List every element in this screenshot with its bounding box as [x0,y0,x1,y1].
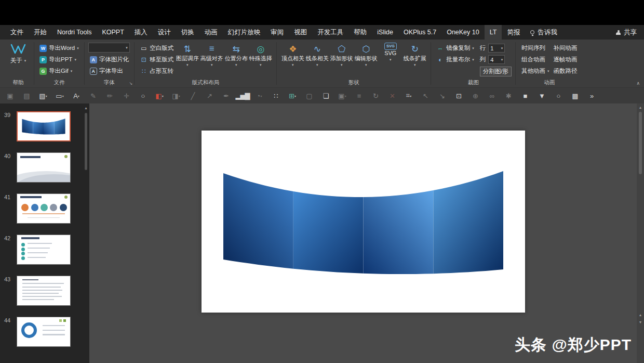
align-objects-icon[interactable]: ≡ [352,89,366,102]
thumbnail-scrollbar[interactable]: ▴ [83,103,89,363]
slide-thumbnail-41[interactable] [17,193,71,224]
crop-icon[interactable]: ⌗▾ [402,89,415,102]
collapse-ribbon-button[interactable]: ∧ [636,81,640,86]
special-select-button[interactable]: ◎ 特殊选择 ▾ [248,42,273,76]
brush-icon[interactable]: ✎ [86,89,100,102]
next-slide-button[interactable]: ▾ [637,320,644,325]
table-icon[interactable]: ⊞▾ [286,89,299,102]
vertex-tools-button[interactable]: ❖ 顶点相关 ▾ [280,42,305,67]
tab-文件[interactable]: 文件 [5,25,29,40]
settings-icon[interactable]: ✱ [502,89,515,102]
arrow-icon[interactable]: ↗ [203,89,216,102]
previous-slide-button[interactable]: ▴ [637,313,644,317]
fill-color-icon[interactable]: ◧▾ [153,89,166,102]
rows-input[interactable]: 1 ▾ [488,44,505,53]
add-shape-button[interactable]: ⬠ 添加形状 ▾ [329,42,354,67]
tab-审阅[interactable]: 审阅 [265,25,289,40]
circle-shape-icon[interactable]: ○ [136,89,150,102]
export-word-button[interactable]: W 导出Word ▾ [38,43,81,54]
rotate-icon[interactable]: ↻ [369,89,382,102]
picture-icon[interactable]: ▩ [568,89,582,102]
mirror-copy-button[interactable]: ⇔ 镜像复制 ▾ [435,43,476,54]
tab-OneKey 10[interactable]: OneKey 10 [441,25,485,40]
tab-KOPPT[interactable]: KOPPT [97,25,129,40]
bar-chart-icon[interactable]: ▂▅▇ [236,89,249,102]
tab-LT[interactable]: LT [485,25,502,40]
image-placeholder-icon[interactable]: ▧▾ [36,89,50,102]
svg-button[interactable]: SVG SVG ▾ [378,42,403,67]
shrink-icon[interactable]: ↖ [419,89,432,102]
export-ppt-button[interactable]: P 导出PPT ▾ [38,54,81,65]
line-icon[interactable]: ╱ [186,89,199,102]
tab-视图[interactable]: 视图 [289,25,312,40]
tab-帮助[interactable]: 帮助 [348,25,372,40]
font-name-select[interactable]: ▾ [88,43,130,53]
tab-插入[interactable]: 插入 [129,25,153,40]
zoom-icon[interactable]: ⊕ [468,89,482,102]
scroll-up-icon[interactable]: ▴ [637,105,644,110]
ink-pen-icon[interactable]: ✒ [219,89,233,102]
position-distribute-button[interactable]: ⇆ 位置分布 ▾ [224,42,248,76]
slide-thumbnail-43[interactable] [17,276,71,306]
link-icon[interactable]: ∞ [485,89,499,102]
gradient-icon[interactable]: ◨▾ [169,89,183,102]
layer-order-button[interactable]: ⇅ 图层调序 ▾ [175,42,199,76]
combo-anim-button[interactable]: 组合动画 [519,54,552,65]
funnel-icon[interactable]: ▼ [535,89,548,102]
format-painter-icon[interactable]: ✏ [103,89,116,102]
time-sequence-button[interactable]: 时间序列 [519,43,552,54]
blank-layout-button[interactable]: ▭ 空白版式 [138,43,175,54]
expand-icon[interactable]: ↘ [435,89,449,102]
other-anim-button[interactable]: 其他动画▾ [519,66,552,76]
tab-幻灯片放映[interactable]: 幻灯片放映 [223,25,266,40]
tab-OKPlus 5.7[interactable]: OKPlus 5.7 [398,25,441,40]
batch-boolean-button[interactable]: ◐ 批量布尔 ▾ [435,54,476,65]
dialog-launcher-icon[interactable]: ↘ [129,81,133,86]
delete-icon[interactable]: ✕ [385,89,399,102]
tab-简报[interactable]: 简报 [502,25,525,40]
font-export-button[interactable]: A 字体导出 [88,66,131,76]
scrollbar-thumb[interactable] [85,113,87,170]
export-gif-button[interactable]: G 导出Gif ▾ [38,66,81,76]
tell-me-button[interactable]: 告诉我 [525,25,562,40]
move-to-layout-button[interactable]: ⊡ 移至版式 [138,54,175,65]
slide-layout-icon[interactable]: ▤ [20,89,33,102]
about-button[interactable]: 关于 ▾ [9,55,28,66]
function-path-button[interactable]: 函数路径 [552,66,580,76]
circle-outline-icon[interactable]: ○ [552,89,565,102]
lt-logo-icon[interactable] [10,43,26,55]
scrollbar-thumb[interactable] [639,112,642,174]
tab-iSlide[interactable]: iSlide [372,25,398,40]
tab-设计[interactable]: 设计 [153,25,176,40]
vertical-scrollbar[interactable]: ▴ ▴ ▾ [637,103,644,363]
shape-swap-button[interactable]: ∷ 占形互转 [138,66,175,76]
tween-anim-button[interactable]: 补间动画 [552,43,580,54]
tab-切换[interactable]: 切换 [176,25,199,40]
pie-chart-icon[interactable]: ◔▾ [252,89,266,102]
share-button[interactable]: 共享 [609,25,644,40]
slide-thumbnail-42[interactable] [17,235,71,265]
slide-thumbnail-44[interactable] [17,317,71,347]
cols-input[interactable]: 4 ▾ [488,55,505,64]
selection-box-icon[interactable]: ⊡ [452,89,465,102]
tab-Nordri Tools[interactable]: Nordri Tools [52,25,97,40]
paste-icon[interactable]: ▣ [3,89,17,102]
slide-editing-area[interactable] [202,131,525,313]
layers-icon[interactable]: ❏ [319,89,332,102]
font-to-image-button[interactable]: A 字体图片化 [88,54,131,65]
frame-anim-button[interactable]: 逐帧动画 [552,54,580,65]
solid-square-icon[interactable]: ■ [518,89,532,102]
tab-动画[interactable]: 动画 [199,25,223,40]
line-tools-button[interactable]: ∿ 线条相关 ▾ [305,42,329,67]
tab-开发工具[interactable]: 开发工具 [312,25,348,40]
slide-thumbnail-40[interactable] [17,152,71,183]
more-tools-icon[interactable]: » [585,89,598,102]
tab-开始[interactable]: 开始 [29,25,52,40]
scroll-up-icon[interactable]: ▴ [83,106,89,110]
curved-screen-shape[interactable] [202,131,525,313]
font-icon[interactable]: A▾ [70,89,83,102]
edit-shape-button[interactable]: ⬡ 编辑形状 ▾ [354,42,378,67]
dot-grid-icon[interactable]: ∷ [269,89,283,102]
split-shape-button[interactable]: 分割图/形 [480,67,512,76]
advanced-align-button[interactable]: ≡ 高级对齐 ▾ [199,42,224,76]
